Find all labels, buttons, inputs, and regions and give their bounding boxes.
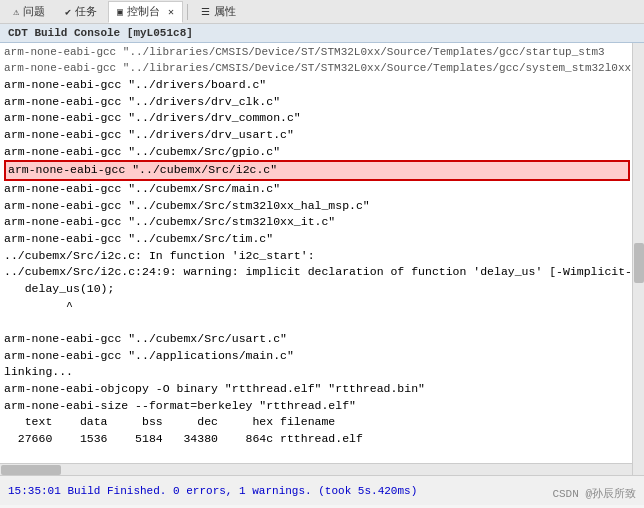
scrollbar-vertical[interactable]	[632, 43, 644, 493]
status-text: 15:35:01 Build Finished. 0 errors, 1 war…	[8, 485, 417, 497]
console-line: arm-none-eabi-gcc "../cubemx/Src/stm32l0…	[4, 214, 630, 231]
console-title: CDT Build Console [myL051c8]	[8, 27, 193, 39]
tab-problems-label: 问题	[23, 4, 45, 19]
tab-properties-label: 属性	[214, 4, 236, 19]
console-line-warning: ../cubemx/Src/i2c.c:24:9: warning: impli…	[4, 264, 630, 281]
console-line: text data bss dec hex filename	[4, 414, 630, 431]
console-line-highlighted: arm-none-eabi-gcc "../cubemx/Src/i2c.c"	[4, 160, 630, 181]
console-line-empty	[4, 448, 630, 465]
console-line: arm-none-eabi-gcc "../cubemx/Src/gpio.c"	[4, 144, 630, 161]
console-line-empty	[4, 314, 630, 331]
tab-properties[interactable]: ☰ 属性	[192, 1, 245, 23]
console-line: arm-none-eabi-size --format=berkeley "rt…	[4, 398, 630, 415]
console-line: 27660 1536 5184 34380 864c rtthread.elf	[4, 431, 630, 448]
console-output: arm-none-eabi-gcc "../libraries/CMSIS/De…	[0, 43, 644, 475]
properties-icon: ☰	[201, 6, 210, 18]
console-line: arm-none-eabi-gcc "../drivers/drv_clk.c"	[4, 94, 630, 111]
console-line: arm-none-eabi-gcc "../cubemx/Src/stm32l0…	[4, 198, 630, 215]
console-line: arm-none-eabi-gcc "../cubemx/Src/tim.c"	[4, 231, 630, 248]
console-line: arm-none-eabi-objcopy -O binary "rtthrea…	[4, 381, 630, 398]
tab-problems[interactable]: ⚠ 问题	[4, 1, 54, 23]
console-line: ../cubemx/Src/i2c.c: In function 'i2c_st…	[4, 248, 630, 265]
console-line: arm-none-eabi-gcc "../drivers/drv_common…	[4, 110, 630, 127]
console-container[interactable]: arm-none-eabi-gcc "../libraries/CMSIS/De…	[0, 43, 644, 505]
scrollbar-v-thumb[interactable]	[634, 243, 644, 283]
console-line: arm-none-eabi-gcc "../libraries/CMSIS/De…	[4, 45, 630, 61]
status-bar: 15:35:01 Build Finished. 0 errors, 1 war…	[0, 475, 644, 505]
title-bar: CDT Build Console [myL051c8]	[0, 24, 644, 43]
tab-tasks[interactable]: ✔ 任务	[56, 1, 106, 23]
console-line: arm-none-eabi-gcc "../cubemx/Src/main.c"	[4, 181, 630, 198]
tab-console[interactable]: ▣ 控制台 ✕	[108, 1, 183, 23]
console-line: arm-none-eabi-gcc "../drivers/board.c"	[4, 77, 630, 94]
problems-icon: ⚠	[13, 6, 19, 18]
console-line: delay_us(10);	[4, 281, 630, 298]
tab-console-label: 控制台	[127, 4, 160, 19]
console-line: arm-none-eabi-gcc "../drivers/drv_usart.…	[4, 127, 630, 144]
tab-bar: ⚠ 问题 ✔ 任务 ▣ 控制台 ✕ ☰ 属性	[0, 0, 644, 24]
console-line: ^	[4, 298, 630, 315]
console-line: arm-none-eabi-gcc "../cubemx/Src/usart.c…	[4, 331, 630, 348]
console-line: arm-none-eabi-gcc "../applications/main.…	[4, 348, 630, 365]
tasks-icon: ✔	[65, 6, 71, 18]
console-line: arm-none-eabi-gcc "../libraries/CMSIS/De…	[4, 61, 630, 77]
tab-separator	[187, 4, 188, 20]
scrollbar-horizontal[interactable]	[0, 463, 632, 475]
console-icon: ▣	[117, 6, 123, 18]
function-keyword: function	[411, 265, 466, 278]
tab-console-close[interactable]: ✕	[168, 6, 174, 18]
tab-tasks-label: 任务	[75, 4, 97, 19]
console-line: linking...	[4, 364, 630, 381]
watermark: CSDN @孙辰所致	[552, 486, 636, 501]
scrollbar-h-thumb[interactable]	[1, 465, 61, 475]
